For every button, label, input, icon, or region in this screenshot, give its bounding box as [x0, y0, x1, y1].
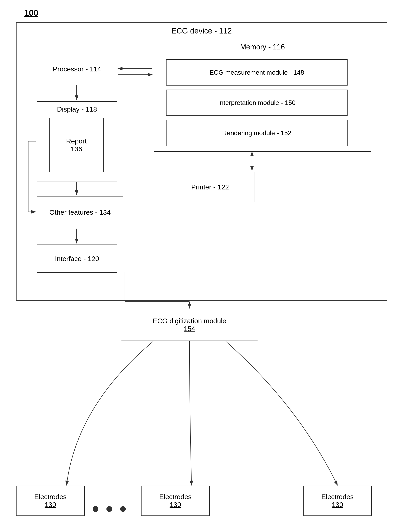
printer-label: Printer - 122: [191, 183, 229, 191]
ecg-digitization-number: 154: [184, 325, 195, 333]
ecg-digitization-box: ECG digitization module 154: [121, 309, 258, 341]
electrode-number-3: 130: [332, 501, 343, 509]
electrode-box-2: Electrodes 130: [141, 486, 210, 516]
rendering-label: Rendering module - 152: [222, 129, 291, 137]
electrode-number-1: 130: [45, 501, 56, 509]
report-number: 136: [71, 145, 82, 153]
page: 100 ECG device - 112 Memory - 116 ECG me…: [0, 0, 404, 532]
processor-label: Processor - 114: [53, 65, 101, 73]
printer-box: Printer - 122: [166, 172, 254, 202]
processor-box: Processor - 114: [37, 53, 117, 85]
rendering-box: Rendering module - 152: [166, 120, 347, 146]
memory-label: Memory - 116: [240, 43, 285, 51]
electrode-label-3: Electrodes: [321, 493, 354, 501]
other-features-label: Other features - 134: [49, 208, 111, 216]
electrode-number-2: 130: [170, 501, 181, 509]
electrode-label-2: Electrodes: [159, 493, 192, 501]
dot-3: [120, 506, 126, 512]
ecg-digitization-label: ECG digitization module: [153, 317, 226, 325]
ecg-device-label: ECG device - 112: [171, 27, 232, 35]
electrode-box-3: Electrodes 130: [303, 486, 372, 516]
electrode-box-1: Electrodes 130: [16, 486, 85, 516]
dot-1: [93, 506, 98, 512]
other-features-box: Other features - 134: [37, 196, 123, 228]
memory-box: Memory - 116 ECG measurement module - 14…: [154, 39, 371, 152]
interpretation-box: Interpretation module - 150: [166, 90, 347, 116]
dot-2: [107, 506, 112, 512]
report-box: Report 136: [49, 118, 104, 172]
electrode-label-1: Electrodes: [34, 493, 67, 501]
ecg-device-box: ECG device - 112 Memory - 116 ECG measur…: [16, 22, 387, 301]
ecg-measurement-label: ECG measurement module - 148: [209, 69, 304, 76]
dots-area: [93, 506, 126, 512]
ecg-measurement-box: ECG measurement module - 148: [166, 59, 347, 86]
display-label: Display - 118: [57, 105, 97, 113]
interface-box: Interface - 120: [37, 244, 117, 273]
interpretation-label: Interpretation module - 150: [218, 99, 296, 107]
report-label: Report: [66, 137, 87, 145]
display-box: Display - 118 Report 136: [37, 101, 117, 182]
interface-label: Interface - 120: [55, 255, 99, 263]
diagram-title: 100: [24, 8, 38, 18]
